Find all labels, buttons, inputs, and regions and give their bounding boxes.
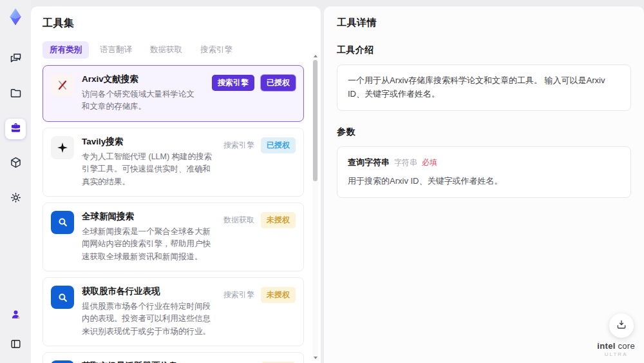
tool-card[interactable]: 获取市场最活跃股票信息提供当天交易量最高的股票列表。投资者可以利用这些信息来识别… [43, 352, 304, 363]
intel-wordmark: intel [597, 341, 615, 351]
tab-0[interactable]: 所有类别 [43, 41, 89, 59]
tool-category-badge: 搜索引擎 [223, 289, 254, 300]
sidebar-bottom [5, 305, 26, 355]
detail-title: 工具详情 [337, 17, 631, 29]
toolset-panel: 工具集 所有类别语言翻译数据获取搜索引擎 Arxiv文献搜索访问各个研究领域大量… [31, 6, 321, 363]
search-blue-icon [51, 211, 74, 234]
tavily-icon [51, 136, 74, 159]
sidebar-item-models[interactable] [5, 153, 26, 174]
param-description: 用于搜索的Arxiv ID、关键字或作者姓名。 [348, 175, 620, 188]
category-tabs: 所有类别语言翻译数据获取搜索引擎 [43, 41, 304, 59]
arxiv-icon [51, 74, 74, 97]
gem-logo[interactable] [5, 6, 26, 27]
chat-icon [9, 52, 23, 68]
param-entry: 查询字符串字符串必填用于搜索的Arxiv ID、关键字或作者姓名。 [348, 156, 620, 189]
tool-name: 获取股市各行业表现 [82, 286, 213, 297]
sidebar-item-toolset[interactable] [5, 119, 26, 139]
page-title: 工具集 [43, 17, 304, 30]
tool-description: 访问各个研究领域大量科学论文和文章的存储库。 [82, 88, 202, 113]
tab-3[interactable]: 搜索引擎 [193, 41, 240, 59]
tool-status-badge: 已授权 [261, 137, 296, 153]
tool-card[interactable]: 全球新闻搜索全球新闻搜索是一个聚合全球各大新闻网站内容的搜索引擎，帮助用户快速获… [43, 202, 304, 271]
tool-status-badge: 未授权 [261, 287, 296, 303]
sidebar-nav [5, 49, 26, 209]
intel-core-logo: intel core ULTRA [597, 342, 635, 358]
tool-description: 提供股票市场各个行业在特定时间段内的表现。投资者可以利用这些信息来识别表现优于或… [82, 300, 213, 338]
intro-box: 一个用于从Arxiv存储库搜索科学论文和文章的工具。 输入可以是Arxiv ID… [337, 64, 631, 111]
user-icon [10, 308, 22, 323]
tool-name: Tavily搜索 [82, 136, 213, 148]
tool-category-badge: 搜索引擎 [223, 140, 254, 151]
tool-status-badge: 已授权 [261, 75, 296, 91]
sidebar-item-settings[interactable] [5, 188, 26, 209]
sidebar-item-folder[interactable] [5, 84, 26, 104]
param-type: 字符串 [394, 157, 417, 169]
params-heading: 参数 [337, 126, 631, 138]
sidebar-item-profile[interactable] [5, 305, 26, 326]
tool-card[interactable]: Arxiv文献搜索访问各个研究领域大量科学论文和文章的存储库。搜索引擎已授权 [43, 65, 304, 122]
sidebar-item-collapse-panel[interactable] [5, 335, 26, 355]
scrollbar-thumb[interactable] [313, 60, 317, 181]
panel-icon [10, 338, 22, 353]
tool-status-badge: 未授权 [261, 212, 296, 228]
core-wordmark: core [618, 341, 636, 351]
tool-name: Arxiv文献搜索 [82, 74, 202, 85]
param-name: 查询字符串 [348, 156, 390, 170]
tab-2[interactable]: 数据获取 [143, 41, 189, 59]
tool-category-badge: 搜索引擎 [212, 75, 254, 91]
tool-category-badge: 数据获取 [223, 215, 254, 226]
download-button[interactable] [609, 313, 634, 338]
tool-name: 全球新闻搜索 [82, 211, 213, 222]
search-blue-icon [51, 360, 74, 363]
tool-card[interactable]: Tavily搜索专为人工智能代理 (LLM) 构建的搜索引擎工具。可快速提供实时… [43, 128, 304, 197]
folder-icon [9, 86, 23, 103]
list-scrollbar[interactable] [312, 53, 318, 360]
param-required-badge: 必填 [422, 157, 437, 169]
tool-card[interactable]: 获取股市各行业表现提供股票市场各个行业在特定时间段内的表现。投资者可以利用这些信… [43, 277, 304, 346]
cube-icon [9, 156, 23, 172]
briefcase-icon [9, 121, 23, 137]
tool-detail-panel: 工具详情 工具介绍 一个用于从Arxiv存储库搜索科学论文和文章的工具。 输入可… [324, 6, 644, 363]
download-icon [616, 319, 627, 333]
sidebar-item-chat[interactable] [5, 49, 26, 70]
scroll-up-arrow[interactable] [312, 53, 318, 59]
search-blue-icon [51, 286, 74, 309]
tool-list: Arxiv文献搜索访问各个研究领域大量科学论文和文章的存储库。搜索引擎已授权Ta… [43, 65, 304, 363]
param-list: 查询字符串字符串必填用于搜索的Arxiv ID、关键字或作者姓名。 [337, 146, 631, 199]
tool-name: 获取市场最活跃股票信息 [82, 360, 213, 363]
tab-1[interactable]: 语言翻译 [93, 41, 139, 59]
scroll-down-arrow[interactable] [312, 355, 318, 360]
tool-description: 专为人工智能代理 (LLM) 构建的搜索引擎工具。可快速提供实时、准确和真实的结… [82, 151, 213, 188]
tool-description: 全球新闻搜索是一个聚合全球各大新闻网站内容的搜索引擎，帮助用户快速获取全球最新资… [82, 226, 213, 263]
gear-icon [9, 191, 23, 207]
intro-heading: 工具介绍 [337, 44, 631, 56]
intel-brand-sub: ULTRA [597, 352, 635, 358]
left-rail [0, 0, 31, 363]
